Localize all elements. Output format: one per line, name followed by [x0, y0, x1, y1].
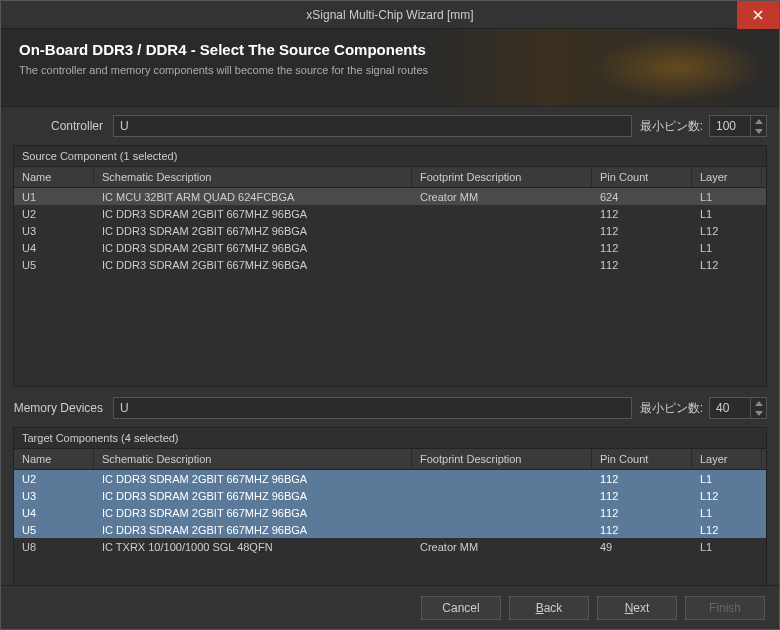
target-grid-header: Name Schematic Description Footprint Des… [14, 449, 766, 470]
cell: IC DDR3 SDRAM 2GBIT 667MHZ 96BGA [94, 489, 412, 503]
source-grid-header: Name Schematic Description Footprint Des… [14, 167, 766, 188]
col-footprint[interactable]: Footprint Description [412, 449, 592, 469]
wizard-window: xSignal Multi-Chip Wizard [mm] On-Board … [0, 0, 780, 630]
min-pins-target-input[interactable] [710, 401, 750, 415]
page-subtitle: The controller and memory components wil… [19, 64, 761, 76]
target-section-header: Target Components (4 selected) [14, 428, 766, 449]
cell [412, 264, 592, 266]
memory-row: Memory Devices 最小ピン数: [13, 397, 767, 419]
cell: L12 [692, 489, 762, 503]
table-row[interactable]: U4IC DDR3 SDRAM 2GBIT 667MHZ 96BGA112L1 [14, 504, 766, 521]
cell: 112 [592, 489, 692, 503]
cell: IC DDR3 SDRAM 2GBIT 667MHZ 96BGA [94, 472, 412, 486]
spinner-down[interactable] [751, 408, 766, 418]
col-layer[interactable]: Layer [692, 449, 762, 469]
cell: IC TXRX 10/100/1000 SGL 48QFN [94, 540, 412, 554]
cell: L1 [692, 506, 762, 520]
cell: U3 [14, 224, 94, 238]
col-pin-count[interactable]: Pin Count [592, 167, 692, 187]
min-pins-source-spinner[interactable] [709, 115, 767, 137]
table-row[interactable]: U5IC DDR3 SDRAM 2GBIT 667MHZ 96BGA112L12 [14, 256, 766, 273]
col-pin-count[interactable]: Pin Count [592, 449, 692, 469]
cell: U1 [14, 190, 94, 204]
cell: 49 [592, 540, 692, 554]
button-bar: Cancel Back Next Finish [1, 585, 779, 629]
wizard-header: On-Board DDR3 / DDR4 - Select The Source… [1, 29, 779, 107]
col-footprint[interactable]: Footprint Description [412, 167, 592, 187]
table-row[interactable]: U1IC MCU 32BIT ARM QUAD 624FCBGACreator … [14, 188, 766, 205]
cell: IC DDR3 SDRAM 2GBIT 667MHZ 96BGA [94, 241, 412, 255]
col-schematic[interactable]: Schematic Description [94, 449, 412, 469]
col-schematic[interactable]: Schematic Description [94, 167, 412, 187]
cell: IC DDR3 SDRAM 2GBIT 667MHZ 96BGA [94, 207, 412, 221]
back-button[interactable]: Back [509, 596, 589, 620]
memory-label: Memory Devices [13, 401, 113, 415]
cell [412, 512, 592, 514]
min-pins-label-source: 最小ピン数: [640, 118, 703, 135]
cell: U2 [14, 207, 94, 221]
cell: U2 [14, 472, 94, 486]
cell: 112 [592, 506, 692, 520]
controller-input[interactable] [113, 115, 632, 137]
finish-button[interactable]: Finish [685, 596, 765, 620]
col-name[interactable]: Name [14, 167, 94, 187]
cell: 112 [592, 472, 692, 486]
page-title: On-Board DDR3 / DDR4 - Select The Source… [19, 41, 761, 58]
min-pins-source-input[interactable] [710, 119, 750, 133]
spinner-up[interactable] [751, 116, 766, 126]
controller-row: Controller 最小ピン数: [13, 115, 767, 137]
controller-label: Controller [13, 119, 113, 133]
spinner-up[interactable] [751, 398, 766, 408]
min-pins-label-target: 最小ピン数: [640, 400, 703, 417]
target-section: Target Components (4 selected) Name Sche… [13, 427, 767, 611]
table-row[interactable]: U2IC DDR3 SDRAM 2GBIT 667MHZ 96BGA112L1 [14, 205, 766, 222]
source-section-header: Source Component (1 selected) [14, 146, 766, 167]
cell: 624 [592, 190, 692, 204]
cell: U5 [14, 258, 94, 272]
cell: IC DDR3 SDRAM 2GBIT 667MHZ 96BGA [94, 506, 412, 520]
col-layer[interactable]: Layer [692, 167, 762, 187]
cell: IC DDR3 SDRAM 2GBIT 667MHZ 96BGA [94, 258, 412, 272]
cancel-button[interactable]: Cancel [421, 596, 501, 620]
cell: U4 [14, 506, 94, 520]
cell: IC DDR3 SDRAM 2GBIT 667MHZ 96BGA [94, 224, 412, 238]
next-button[interactable]: Next [597, 596, 677, 620]
cell: L12 [692, 224, 762, 238]
memory-input[interactable] [113, 397, 632, 419]
source-section: Source Component (1 selected) Name Schem… [13, 145, 767, 387]
col-name[interactable]: Name [14, 449, 94, 469]
table-row[interactable]: U3IC DDR3 SDRAM 2GBIT 667MHZ 96BGA112L12 [14, 487, 766, 504]
cell: L12 [692, 258, 762, 272]
cell [412, 247, 592, 249]
close-button[interactable] [737, 1, 779, 29]
min-pins-target-spinner[interactable] [709, 397, 767, 419]
cell [412, 495, 592, 497]
cell: Creator MM [412, 190, 592, 204]
table-row[interactable]: U4IC DDR3 SDRAM 2GBIT 667MHZ 96BGA112L1 [14, 239, 766, 256]
cell: 112 [592, 241, 692, 255]
cell: 112 [592, 523, 692, 537]
table-row[interactable]: U8IC TXRX 10/100/1000 SGL 48QFNCreator M… [14, 538, 766, 555]
cell: Creator MM [412, 540, 592, 554]
table-row[interactable]: U3IC DDR3 SDRAM 2GBIT 667MHZ 96BGA112L12 [14, 222, 766, 239]
cell: U5 [14, 523, 94, 537]
source-grid-body[interactable]: U1IC MCU 32BIT ARM QUAD 624FCBGACreator … [14, 188, 766, 386]
cell [412, 230, 592, 232]
cell [412, 529, 592, 531]
cell: 112 [592, 224, 692, 238]
cell: L1 [692, 207, 762, 221]
cell: U8 [14, 540, 94, 554]
table-row[interactable]: U5IC DDR3 SDRAM 2GBIT 667MHZ 96BGA112L12 [14, 521, 766, 538]
cell: L1 [692, 540, 762, 554]
window-title: xSignal Multi-Chip Wizard [mm] [306, 8, 473, 22]
cell: IC DDR3 SDRAM 2GBIT 667MHZ 96BGA [94, 523, 412, 537]
cell: 112 [592, 207, 692, 221]
close-icon [753, 10, 763, 20]
cell: IC MCU 32BIT ARM QUAD 624FCBGA [94, 190, 412, 204]
table-row[interactable]: U2IC DDR3 SDRAM 2GBIT 667MHZ 96BGA112L1 [14, 470, 766, 487]
spinner-down[interactable] [751, 126, 766, 136]
cell: L1 [692, 472, 762, 486]
wizard-body: Controller 最小ピン数: Source Component (1 se… [1, 107, 779, 629]
cell: U4 [14, 241, 94, 255]
cell [412, 478, 592, 480]
